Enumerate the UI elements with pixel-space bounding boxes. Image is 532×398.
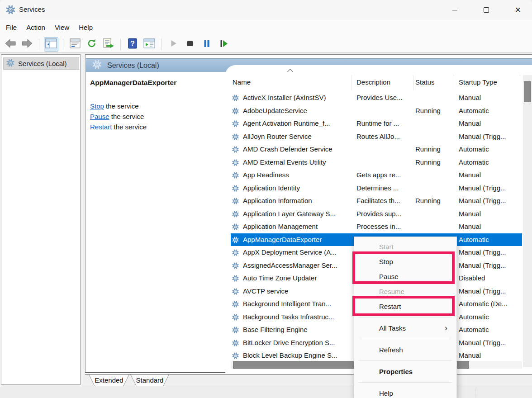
column-divider[interactable] bbox=[413, 75, 413, 90]
gear-icon bbox=[232, 352, 239, 360]
stop-service-link[interactable]: Stop bbox=[90, 102, 104, 110]
vertical-scrollbar-thumb[interactable] bbox=[524, 81, 531, 102]
forward-button[interactable] bbox=[20, 37, 34, 52]
menu-action[interactable]: Action bbox=[26, 20, 45, 31]
maximize-button[interactable] bbox=[476, 0, 497, 20]
tab-standard[interactable]: Standard bbox=[130, 374, 169, 386]
back-button[interactable] bbox=[3, 37, 18, 52]
vertical-scrollbar[interactable] bbox=[523, 75, 532, 367]
console-tree-panel: Services (Local) bbox=[1, 54, 81, 385]
service-name: Application Management bbox=[243, 220, 355, 233]
stop-service-button[interactable] bbox=[183, 37, 197, 52]
column-header-status[interactable]: Status bbox=[415, 78, 435, 86]
service-startup-type: Manual (Trigg... bbox=[459, 246, 521, 259]
context-menu-item-restart[interactable]: Restart bbox=[354, 299, 456, 314]
gear-icon bbox=[232, 237, 239, 245]
link-suffix: the service bbox=[104, 102, 139, 110]
column-divider[interactable] bbox=[520, 75, 520, 90]
svg-text:?: ? bbox=[130, 40, 135, 47]
service-startup-type: Automatic bbox=[459, 323, 521, 336]
pause-service-link[interactable]: Pause bbox=[90, 113, 109, 120]
service-row[interactable]: AdobeUpdateServiceRunningAutomatic bbox=[231, 104, 522, 118]
service-name: Block Level Backup Engine S... bbox=[243, 349, 355, 362]
service-row[interactable]: AMD Crash Defender ServiceRunningAutomat… bbox=[231, 143, 522, 156]
start-service-button[interactable] bbox=[166, 37, 180, 52]
service-row[interactable]: Agent Activation Runtime_f...Runtime for… bbox=[231, 117, 522, 130]
content-header-title: Services (Local) bbox=[107, 62, 159, 70]
column-header-startup-type[interactable]: Startup Type bbox=[459, 78, 497, 86]
service-startup-type: Manual (Trigg... bbox=[459, 259, 521, 272]
minimize-button[interactable] bbox=[444, 0, 465, 20]
gear-icon bbox=[232, 120, 239, 128]
service-name: AVCTP service bbox=[243, 285, 355, 298]
service-row[interactable]: AMD External Events UtilityRunningAutoma… bbox=[231, 156, 522, 169]
service-row[interactable]: Application Layer Gateway S...Provides s… bbox=[231, 208, 522, 221]
gear-icon bbox=[232, 211, 239, 219]
help-button[interactable]: ? bbox=[125, 37, 140, 52]
export-list-button[interactable] bbox=[101, 37, 116, 52]
gear-icon bbox=[232, 146, 239, 154]
service-startup-type: Manual bbox=[459, 208, 521, 221]
menu-separator bbox=[359, 360, 452, 361]
toolbar-separator bbox=[63, 38, 63, 50]
service-startup-type: Automatic (De... bbox=[459, 298, 521, 311]
refresh-icon bbox=[86, 38, 97, 51]
show-action-pane-button[interactable] bbox=[142, 37, 157, 52]
context-menu-item-all-tasks[interactable]: All Tasks› bbox=[354, 321, 456, 336]
play-icon bbox=[168, 38, 178, 50]
pause-service-button[interactable] bbox=[200, 37, 214, 52]
service-startup-type: Automatic bbox=[459, 233, 521, 246]
service-row[interactable]: AllJoyn Router ServiceRoutes AllJo...Man… bbox=[231, 130, 522, 143]
gear-icon bbox=[232, 185, 239, 193]
menu-item-label: Resume bbox=[379, 288, 404, 295]
title-bar: Services × bbox=[0, 0, 532, 20]
close-icon: × bbox=[515, 5, 521, 14]
close-button[interactable]: × bbox=[508, 0, 528, 20]
column-header-name[interactable]: Name bbox=[233, 78, 251, 86]
gear-icon bbox=[232, 223, 239, 232]
content-area: Services (Local) AppManagerDataExporter … bbox=[85, 54, 532, 372]
context-menu-item-start: Start bbox=[354, 239, 456, 254]
context-menu-item-stop[interactable]: Stop bbox=[354, 254, 456, 269]
service-startup-type: Manual (Trigg... bbox=[459, 182, 521, 195]
gear-icon bbox=[232, 262, 239, 270]
service-row[interactable]: Application IdentityDetermines ...Manual… bbox=[231, 182, 522, 195]
service-row[interactable]: Application ManagementProcesses in...Man… bbox=[231, 220, 522, 233]
service-action-links: Stop the service Pause the service Resta… bbox=[90, 101, 147, 132]
service-description: Runtime for ... bbox=[356, 117, 413, 130]
menu-file[interactable]: File bbox=[6, 20, 17, 31]
tab-extended[interactable]: Extended bbox=[89, 374, 129, 386]
tree-item-services-local[interactable]: Services (Local) bbox=[3, 57, 79, 70]
context-menu-item-pause[interactable]: Pause bbox=[354, 269, 456, 284]
context-menu-item-properties[interactable]: Properties bbox=[354, 364, 456, 379]
context-menu-item-help[interactable]: Help bbox=[354, 386, 456, 398]
column-header-description[interactable]: Description bbox=[356, 78, 390, 86]
service-row[interactable]: App ReadinessGets apps re...Manual bbox=[231, 169, 522, 182]
services-window: Services × FileActionViewHelp ? Services… bbox=[0, 0, 532, 398]
show-console-tree-button[interactable] bbox=[44, 37, 58, 52]
gear-icon bbox=[232, 159, 239, 167]
restart-service-link[interactable]: Restart bbox=[90, 123, 112, 131]
gear-icon bbox=[232, 108, 239, 116]
column-divider[interactable] bbox=[352, 75, 352, 90]
context-menu-item-refresh[interactable]: Refresh bbox=[354, 342, 456, 357]
service-name: Auto Time Zone Updater bbox=[243, 272, 355, 285]
tree-item-label: Services (Local) bbox=[18, 60, 67, 67]
gear-icon bbox=[232, 288, 239, 296]
menu-help[interactable]: Help bbox=[79, 20, 93, 31]
restart-service-button[interactable] bbox=[216, 37, 231, 52]
service-startup-type: Manual bbox=[459, 117, 521, 130]
context-menu: StartStopPauseResumeRestartAll Tasks›Ref… bbox=[354, 237, 457, 398]
stop-icon bbox=[185, 38, 195, 50]
maximize-icon bbox=[484, 7, 489, 13]
service-name: Background Tasks Infrastruc... bbox=[243, 311, 355, 324]
properties-button[interactable] bbox=[68, 37, 82, 52]
menu-view[interactable]: View bbox=[55, 20, 69, 31]
service-name: Application Layer Gateway S... bbox=[243, 208, 355, 221]
column-divider[interactable] bbox=[454, 75, 454, 90]
service-row[interactable]: ActiveX Installer (AxInstSV)Provides Use… bbox=[231, 91, 522, 104]
service-row[interactable]: Application InformationFacilitates th...… bbox=[231, 194, 522, 208]
selected-service-name: AppManagerDataExporter bbox=[90, 79, 176, 87]
menu-item-label: Restart bbox=[379, 303, 401, 310]
refresh-button[interactable] bbox=[85, 37, 99, 52]
